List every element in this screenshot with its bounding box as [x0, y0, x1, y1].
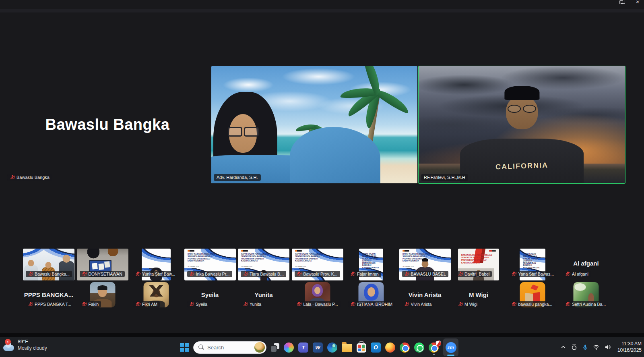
muted-mic-icon	[297, 272, 301, 276]
teams-button[interactable]: T	[298, 342, 308, 353]
participant-tile[interactable]: PPPS BANGKA... PPPS BANGKA T...	[23, 282, 74, 313]
participant-name-label: Yunita	[250, 302, 261, 307]
wifi-icon[interactable]	[593, 344, 600, 351]
video-tile-adv-hardianda[interactable]: Adv. Hardianda, S.H.	[211, 66, 417, 183]
chrome-profile-button[interactable]	[429, 342, 439, 353]
participant-name-pill: Inka Bawaslu Pr...	[187, 271, 232, 277]
participant-name-label: Tiara Bawaslu B...	[250, 272, 284, 276]
file-explorer-button[interactable]	[342, 343, 352, 352]
webcam-video-beach	[211, 66, 417, 183]
participant-tile[interactable]: Yunita Yunita	[238, 282, 289, 313]
participant-name-label: Fikri AM	[142, 302, 157, 307]
muted-mic-icon	[190, 302, 194, 307]
participant-tile[interactable]: RAPAT KAJIAN PENYELESAIAN SENGKETA PADA …	[453, 249, 504, 280]
participant-name-pill: M Wigi	[456, 301, 480, 307]
edge-button[interactable]	[327, 342, 337, 353]
slide-title: RAPAT KAJIAN PENYELESAIAN SENGKETA PADA …	[523, 253, 540, 269]
weather-widget[interactable]: 1 89°F Mostly cloudy	[3, 339, 47, 351]
whatsapp-button[interactable]	[414, 342, 424, 353]
participant-tile[interactable]: Vivin Arista Vivin Arista	[399, 282, 451, 313]
weather-temperature: 89°F	[18, 339, 47, 345]
firefox-button[interactable]	[385, 342, 395, 353]
participant-tile[interactable]: Al afgani Al afgani	[560, 249, 612, 280]
participant-name-pill: Syeila	[187, 301, 210, 307]
teams-icon: T	[298, 342, 308, 353]
tray-chevron-up-icon[interactable]	[560, 344, 566, 350]
participant-tile[interactable]: RAPAT KAJIAN PENYELESAIAN SENGKETA PADA …	[238, 249, 289, 280]
participant-name-label: Lala - Bawaslu P...	[303, 302, 338, 307]
tray-microphone-icon[interactable]	[582, 344, 588, 351]
participant-tile[interactable]: Fikri AM	[130, 282, 182, 313]
participant-tile[interactable]: RAPAT KAJIAN PENYELESAIAN SENGKETA PADA …	[184, 249, 236, 280]
chrome-icon	[429, 342, 439, 353]
firefox-icon	[385, 342, 395, 353]
start-button[interactable]	[180, 343, 189, 352]
taskbar-clock[interactable]: 11:30 AM 10/16/2025	[617, 341, 642, 353]
participant-name-pill: Fikri AM	[133, 301, 160, 307]
participant-tile[interactable]: ISTIANA IBROHIM	[345, 282, 397, 313]
restore-window-button[interactable]	[617, 0, 625, 5]
microsoft-store-button[interactable]	[357, 342, 366, 353]
participant-tile[interactable]: DONYSETIAWAN	[77, 249, 128, 280]
participant-tile[interactable]: Yunita Staf Baw...	[130, 249, 182, 280]
participant-name-pill: Yunita	[241, 301, 264, 307]
bawaslu-logo	[295, 250, 302, 252]
participant-name-label: Seftri Audina Ba...	[572, 302, 606, 307]
window-top-band	[0, 9, 644, 12]
taskbar-search[interactable]: Search	[193, 341, 266, 354]
chrome-button[interactable]	[400, 342, 410, 353]
participant-name-label: Bawaslu Bangka	[17, 175, 50, 180]
word-button[interactable]: W	[313, 342, 323, 353]
participant-name-label: PPPS BANGKA T...	[35, 302, 71, 307]
muted-mic-icon	[351, 302, 355, 307]
copilot-button[interactable]	[284, 342, 294, 353]
weather-condition: Mostly cloudy	[18, 345, 47, 352]
video-tile-rf-fahlevi-active-speaker[interactable]: CALIFORNIA RF.Fahlevi, S.H.,M.H	[419, 66, 625, 183]
participant-tile[interactable]: Fakih	[77, 282, 128, 313]
participant-tile[interactable]: RAPAT KAJIAN PENYELESAIAN SENGKETA PADA …	[507, 249, 558, 280]
outlook-button[interactable]: O	[371, 342, 381, 353]
participant-name-label: Al afgani	[572, 272, 588, 276]
windows-taskbar: 1 89°F Mostly cloudy Search T W O	[0, 337, 644, 357]
participant-tile[interactable]: RAPAT KAJIAN PENYELESAIAN SENGKETA PADA …	[292, 249, 343, 280]
zoom-app-button-active[interactable]: zm	[443, 338, 458, 356]
participant-name-pill: Seftri Audina Ba...	[563, 301, 608, 307]
system-tray: 11:30 AM 10/16/2025	[560, 337, 642, 357]
bawaslu-logo	[241, 250, 248, 252]
muted-mic-icon	[243, 302, 248, 307]
video-tile-bawaslu-bangka[interactable]: Bawaslu Bangka Bawaslu Bangka	[5, 66, 210, 183]
participant-tile[interactable]: Syeila Syeila	[184, 282, 236, 313]
clock-time: 11:30 AM	[617, 341, 642, 347]
weather-cloud-icon: 1	[3, 345, 14, 351]
participant-name-label: ISTIANA IBROHIM	[357, 302, 392, 307]
participant-name-pill: BAWASLU BASEL	[402, 271, 448, 277]
microsoft-store-icon	[357, 343, 366, 353]
participant-tile[interactable]: M Wigi M Wigi	[453, 282, 504, 313]
muted-mic-icon	[566, 272, 570, 276]
participant-name-pill: Bawaslu Bangka...	[26, 271, 72, 277]
participant-name-pill: ISTIANA IBROHIM	[348, 301, 395, 307]
tray-status-ring-icon[interactable]	[571, 344, 578, 351]
participant-tile[interactable]: Bawaslu Bangka...	[23, 249, 74, 280]
participant-name-pill: Bawaslu Bangka	[7, 174, 52, 181]
participant-tile[interactable]: bawaslu pangka...	[507, 282, 558, 313]
participant-tile[interactable]: Lala - Bawaslu P...	[292, 282, 343, 313]
search-icon	[198, 345, 204, 350]
task-view-button[interactable]	[271, 343, 279, 352]
participant-name-pill: Yana Staf Bawas...	[510, 271, 557, 277]
participant-display-name: Bawaslu Bangka	[5, 66, 210, 183]
muted-mic-icon	[136, 272, 140, 276]
muted-mic-icon	[190, 272, 194, 276]
muted-mic-icon	[512, 272, 516, 276]
participant-name-pill: Al afgani	[563, 271, 591, 277]
participant-name-pill: Bawaslu Prov. K...	[295, 271, 340, 277]
muted-mic-icon	[10, 175, 14, 180]
muted-mic-icon	[405, 302, 409, 307]
participant-tile[interactable]: Seftri Audina Ba...	[560, 282, 612, 313]
participant-tile[interactable]: RAPAT KAJIAN PENYELESAIAN SENGKETA PADA …	[345, 249, 397, 280]
close-window-button[interactable]: ✕	[634, 0, 641, 5]
volume-icon[interactable]	[604, 344, 611, 351]
participant-tile[interactable]: RAPAT KAJIAN PENYELESAIAN SENGKETA PADA …	[399, 249, 451, 280]
participant-name-label: Vivin Arista	[411, 302, 432, 307]
participant-name-pill: Fakih	[80, 301, 101, 307]
